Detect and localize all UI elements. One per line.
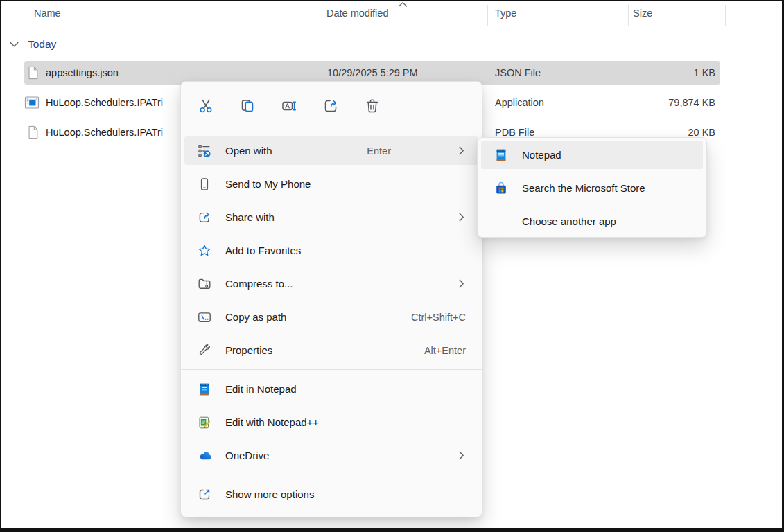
submenu-item-label: Choose another app xyxy=(522,215,616,227)
microsoft-store-icon xyxy=(494,181,508,195)
share-button[interactable] xyxy=(315,91,346,121)
copy-icon xyxy=(239,98,256,114)
onedrive-cloud-icon xyxy=(198,449,211,463)
icon-spacer xyxy=(494,215,508,229)
chevron-right-icon xyxy=(459,279,466,288)
copy-button[interactable] xyxy=(232,91,263,121)
column-divider[interactable] xyxy=(628,5,629,26)
group-label: Today xyxy=(28,38,56,51)
menu-item-label: Share with xyxy=(225,211,451,223)
file-name: HuLoop.Schedulers.IPATri xyxy=(46,121,163,144)
file-name: appsettings.json xyxy=(46,61,119,85)
menu-item-label: Edit with Notepad++ xyxy=(225,416,466,428)
open-with-icon xyxy=(198,144,211,158)
application-icon xyxy=(24,95,40,110)
phone-icon xyxy=(198,177,211,191)
column-header-name[interactable]: Name xyxy=(34,8,61,19)
menu-item-send-to-my-phone[interactable]: Send to My Phone xyxy=(184,170,478,198)
menu-item-label: Compress to... xyxy=(225,278,451,290)
show-more-options-icon xyxy=(198,488,211,502)
notepad-app-icon xyxy=(494,148,508,162)
column-divider[interactable] xyxy=(487,5,488,26)
star-icon xyxy=(198,244,211,258)
menu-item-add-to-favorites[interactable]: Add to Favorites xyxy=(184,236,478,265)
file-explorer-window: Name Date modified Type Size Today appse… xyxy=(0,0,784,532)
column-header-date-modified[interactable]: Date modified xyxy=(326,8,388,19)
menu-item-shortcut: Enter xyxy=(367,145,391,157)
file-type: Application xyxy=(495,91,544,114)
file-type: JSON File xyxy=(495,61,541,85)
submenu-item-choose-another-app[interactable]: Choose another app xyxy=(481,207,703,236)
menu-item-shortcut: Alt+Enter xyxy=(424,345,466,356)
column-divider[interactable] xyxy=(320,5,320,26)
column-header-row: Name Date modified Type Size xyxy=(1,1,782,28)
menu-item-label: Copy as path xyxy=(225,311,411,323)
menu-item-label: Send to My Phone xyxy=(225,178,466,190)
chevron-right-icon xyxy=(459,451,466,460)
share-with-icon xyxy=(198,211,211,224)
compress-zip-folder-icon xyxy=(198,277,211,291)
file-size: 1 KB xyxy=(632,61,715,85)
column-header-size[interactable]: Size xyxy=(633,8,652,19)
menu-separator xyxy=(181,369,482,370)
file-size: 79,874 KB xyxy=(632,91,715,114)
chevron-down-icon[interactable] xyxy=(10,42,19,48)
share-icon xyxy=(322,98,339,114)
delete-icon xyxy=(364,98,381,114)
menu-item-label: Edit in Notepad xyxy=(225,383,466,395)
menu-item-label: Add to Favorites xyxy=(225,245,466,256)
wrench-icon xyxy=(198,344,211,357)
chevron-right-icon xyxy=(459,213,466,222)
notepadpp-icon xyxy=(198,416,211,429)
menu-item-label: Properties xyxy=(225,344,424,356)
menu-item-shortcut: Ctrl+Shift+C xyxy=(411,312,466,323)
submenu-item-label: Search the Microsoft Store xyxy=(522,182,645,194)
rename-icon xyxy=(281,98,297,114)
menu-item-share-with[interactable]: Share with xyxy=(184,203,478,231)
menu-item-edit-with-notepadpp[interactable]: Edit with Notepad++ xyxy=(184,408,478,436)
submenu-item-search-microsoft-store[interactable]: Search the Microsoft Store xyxy=(481,174,703,202)
column-header-type[interactable]: Type xyxy=(495,8,516,19)
submenu-item-label: Notepad xyxy=(522,149,561,161)
cut-button[interactable] xyxy=(191,91,221,121)
menu-item-onedrive[interactable]: OneDrive xyxy=(184,441,478,470)
generic-file-icon xyxy=(27,125,39,139)
chevron-right-icon xyxy=(459,146,466,155)
column-divider[interactable] xyxy=(725,5,726,26)
menu-item-copy-as-path[interactable]: Copy as path Ctrl+Shift+C xyxy=(184,303,478,331)
menu-item-compress-to[interactable]: Compress to... xyxy=(184,269,478,298)
menu-item-open-with[interactable]: Open with Enter xyxy=(184,136,478,165)
open-with-submenu: Notepad Search the Microsoft Store Choos… xyxy=(477,137,707,238)
sort-ascending-icon xyxy=(398,1,408,8)
menu-item-properties[interactable]: Properties Alt+Enter xyxy=(184,336,478,364)
notepad-app-icon xyxy=(198,382,211,396)
cut-icon xyxy=(198,98,214,114)
menu-item-edit-in-notepad[interactable]: Edit in Notepad xyxy=(184,375,478,403)
context-menu: Open with Enter Send to My Phone xyxy=(180,81,482,517)
menu-item-label: Open with xyxy=(225,145,367,157)
rename-button[interactable] xyxy=(274,91,304,121)
menu-item-show-more-options[interactable]: Show more options xyxy=(184,480,478,508)
copy-as-path-icon xyxy=(198,310,211,324)
menu-item-label: OneDrive xyxy=(225,450,451,461)
context-menu-toolbar xyxy=(181,82,482,121)
generic-file-icon xyxy=(27,66,39,80)
header-divider xyxy=(1,28,782,28)
menu-item-label: Show more options xyxy=(225,488,466,500)
menu-separator xyxy=(181,475,482,475)
delete-button[interactable] xyxy=(357,91,387,121)
submenu-item-notepad[interactable]: Notepad xyxy=(481,141,703,169)
file-name: HuLoop.Schedulers.IPATri xyxy=(46,91,163,114)
